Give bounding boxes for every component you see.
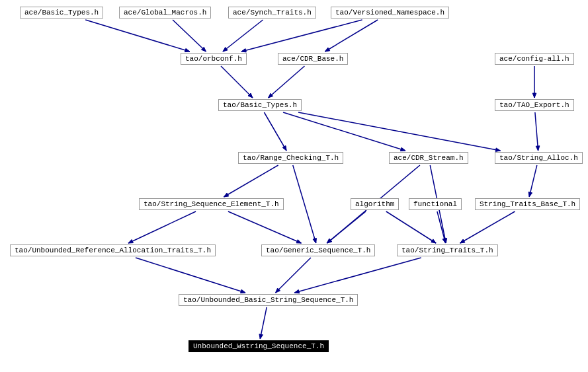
- svg-line-6: [241, 20, 362, 52]
- svg-marker-33: [528, 192, 532, 197]
- svg-marker-37: [296, 240, 302, 243]
- svg-line-36: [228, 211, 302, 243]
- svg-marker-11: [248, 93, 253, 98]
- node-range_checking_h: tao/Range_Checking_T.h: [238, 152, 343, 164]
- svg-line-32: [529, 165, 537, 197]
- svg-line-4: [223, 20, 263, 52]
- svg-marker-53: [259, 334, 263, 339]
- svg-marker-31: [443, 239, 446, 243]
- node-unbounded_wstring_h: Unbounded_Wstring_Sequence_T.h: [189, 340, 329, 352]
- svg-marker-25: [224, 193, 228, 197]
- node-tao_basic_types_h: tao/Basic_Types.h: [218, 99, 302, 111]
- svg-marker-51: [294, 289, 299, 293]
- node-cdr_base_h: ace/CDR_Base.h: [278, 53, 348, 65]
- svg-line-24: [224, 165, 278, 197]
- svg-marker-43: [442, 239, 446, 243]
- svg-marker-49: [276, 288, 280, 293]
- node-global_macros_h: ace/Global_Macros.h: [119, 7, 211, 19]
- node-string_alloc_h: tao/String_Alloc.h: [495, 152, 583, 164]
- node-functional: functional: [409, 198, 462, 210]
- svg-line-2: [173, 20, 206, 52]
- svg-line-42: [437, 211, 446, 243]
- svg-marker-35: [128, 239, 134, 243]
- node-versioned_namespace_h: tao/Versioned_Namespace.h: [331, 7, 449, 19]
- svg-line-20: [298, 112, 501, 151]
- svg-line-12: [269, 66, 305, 98]
- svg-line-8: [325, 20, 378, 52]
- node-string_traits_h: tao/String_Traits_T.h: [397, 244, 498, 256]
- svg-marker-15: [532, 93, 536, 98]
- svg-line-46: [136, 258, 245, 293]
- node-unbounded_basic_string_h: tao/Unbounded_Basic_String_Sequence_T.h: [179, 294, 358, 306]
- svg-marker-41: [431, 239, 436, 243]
- svg-marker-13: [269, 93, 273, 98]
- node-orbconf_h: tao/orbconf.h: [181, 53, 247, 65]
- svg-line-34: [128, 211, 196, 243]
- svg-marker-1: [185, 48, 190, 52]
- svg-marker-27: [313, 238, 316, 243]
- node-basic_types_h: ace/Basic_Types.h: [20, 7, 103, 19]
- svg-marker-9: [325, 48, 329, 52]
- node-synch_traits_h: ace/Synch_Traits.h: [228, 7, 316, 19]
- svg-line-52: [260, 307, 267, 339]
- svg-marker-45: [460, 239, 465, 243]
- svg-marker-7: [241, 49, 246, 52]
- node-cdr_stream_h: ace/CDR_Stream.h: [389, 152, 468, 164]
- node-tao_export_h: tao/TAO_Export.h: [495, 99, 574, 111]
- svg-line-22: [535, 112, 538, 151]
- svg-line-38: [327, 211, 366, 243]
- svg-line-16: [264, 112, 286, 151]
- node-algorithm: algorithm: [351, 198, 399, 210]
- svg-marker-17: [282, 146, 286, 151]
- svg-marker-21: [495, 148, 500, 152]
- svg-marker-39: [327, 239, 331, 243]
- svg-marker-5: [223, 47, 228, 52]
- svg-marker-47: [241, 289, 246, 293]
- svg-line-26: [293, 165, 316, 243]
- svg-marker-29: [327, 239, 331, 243]
- svg-line-50: [294, 258, 421, 293]
- svg-line-40: [386, 211, 436, 243]
- node-generic_seq_h: tao/Generic_Sequence_T.h: [261, 244, 375, 256]
- svg-line-0: [85, 20, 190, 52]
- svg-marker-3: [201, 47, 206, 52]
- node-config_all_h: ace/config-all.h: [495, 53, 574, 65]
- node-unbounded_ref_alloc_h: tao/Unbounded_Reference_Allocation_Trait…: [10, 244, 216, 256]
- svg-marker-19: [400, 147, 405, 151]
- node-string_traits_base_h: String_Traits_Base_T.h: [475, 198, 580, 210]
- svg-line-10: [221, 66, 253, 98]
- node-string_seq_elem_h: tao/String_Sequence_Element_T.h: [139, 198, 284, 210]
- svg-marker-23: [536, 146, 540, 151]
- dependency-diagram: ace/Basic_Types.hace/Global_Macros.hace/…: [0, 0, 588, 372]
- svg-line-18: [283, 112, 405, 151]
- svg-line-44: [460, 211, 515, 243]
- svg-line-48: [276, 258, 311, 293]
